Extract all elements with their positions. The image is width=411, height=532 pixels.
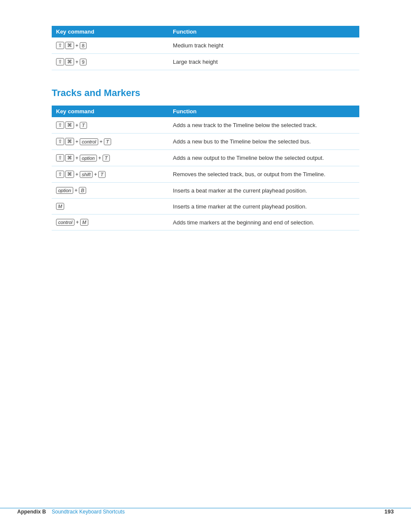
tracks-markers-table: Key command Function ⇧ ⌘ + T Adds a new … — [52, 106, 359, 230]
shift-key: ⇧ — [56, 42, 64, 49]
key-command-cell: ⇧ ⌘ + option + T — [52, 150, 168, 166]
control-key: control — [80, 138, 98, 145]
key-combo: ⇧ ⌘ + option + T — [56, 154, 110, 162]
table-row: ⇧ ⌘ + T Adds a new track to the Timeline… — [52, 117, 359, 134]
page-number: 193 — [384, 508, 394, 515]
t-key: T — [104, 138, 111, 145]
key-command-cell: ⇧ ⌘ + 8 — [52, 37, 168, 54]
shift-key: ⇧ — [56, 138, 64, 145]
shift-key: ⇧ — [56, 58, 64, 65]
bottom-table-col2-header: Function — [168, 106, 359, 117]
footer-left: Appendix B Soundtrack Keyboard Shortcuts — [17, 509, 125, 515]
table-row: option + B Inserts a beat marker at the … — [52, 183, 359, 199]
key-command-cell: ⇧ ⌘ + shift + T — [52, 166, 168, 183]
cmd-key: ⌘ — [65, 138, 74, 145]
key-combo: ⇧ ⌘ + 8 — [56, 42, 87, 49]
function-cell: Adds a new bus to the Timeline below the… — [168, 134, 359, 150]
key-combo: ⇧ ⌘ + 9 — [56, 58, 87, 65]
table-row: M Inserts a time marker at the current p… — [52, 199, 359, 215]
key-combo: ⇧ ⌘ + control + T — [56, 138, 111, 145]
cmd-key: ⌘ — [65, 121, 74, 129]
cmd-key: ⌘ — [65, 42, 74, 49]
top-key-table: Key command Function ⇧ ⌘ + 8 Medium trac… — [52, 26, 359, 70]
cmd-key: ⌘ — [65, 171, 74, 178]
t-key: T — [103, 155, 110, 162]
function-cell: Adds a new track to the Timeline below t… — [168, 117, 359, 134]
table-row: ⇧ ⌘ + 9 Large track height — [52, 54, 359, 70]
table-row: ⇧ ⌘ + control + T Adds a new bus to the … — [52, 134, 359, 150]
key-command-cell: ⇧ ⌘ + 9 — [52, 54, 168, 70]
cmd-key: ⌘ — [65, 58, 74, 65]
option-key: option — [80, 155, 97, 162]
top-table-col1-header: Key command — [52, 26, 168, 37]
shift-word-key: shift — [80, 171, 93, 178]
function-cell: Medium track height — [168, 37, 359, 54]
shift-key: ⇧ — [56, 154, 64, 162]
shift-key: ⇧ — [56, 121, 64, 129]
shift-key: ⇧ — [56, 171, 64, 178]
section-title: Tracks and Markers — [52, 87, 359, 99]
appendix-label: Appendix B — [17, 509, 46, 515]
control-key: control — [56, 219, 75, 226]
top-table-col2-header: Function — [168, 26, 359, 37]
function-cell: Inserts a time marker at the current pla… — [168, 199, 359, 215]
function-cell: Removes the selected track, bus, or outp… — [168, 166, 359, 183]
table-row: ⇧ ⌘ + option + T Adds a new output to th… — [52, 150, 359, 166]
key-combo: ⇧ ⌘ + shift + T — [56, 171, 106, 178]
key-combo: M — [56, 203, 64, 210]
key-command-cell: ⇧ ⌘ + control + T — [52, 134, 168, 150]
page-content: Key command Function ⇧ ⌘ + 8 Medium trac… — [0, 0, 411, 282]
function-cell: Adds a new output to the Timeline below … — [168, 150, 359, 166]
m-key: M — [80, 219, 88, 226]
digit-key: 8 — [80, 42, 87, 49]
b-key: B — [79, 187, 86, 194]
appendix-title: Soundtrack Keyboard Shortcuts — [52, 509, 125, 515]
key-combo: control + M — [56, 219, 88, 226]
digit-key: 9 — [80, 59, 87, 65]
key-command-cell: control + M — [52, 215, 168, 230]
t-key: T — [80, 122, 87, 129]
key-command-cell: M — [52, 199, 168, 215]
function-cell: Adds time markers at the beginning and e… — [168, 215, 359, 230]
bottom-table-col1-header: Key command — [52, 106, 168, 117]
cmd-key: ⌘ — [65, 154, 74, 162]
option-key: option — [56, 187, 73, 194]
t-key: T — [98, 171, 106, 178]
m-key: M — [56, 203, 64, 210]
table-row: ⇧ ⌘ + shift + T Removes the selected tra… — [52, 166, 359, 183]
key-command-cell: option + B — [52, 183, 168, 199]
function-cell: Large track height — [168, 54, 359, 70]
table-row: control + M Adds time markers at the beg… — [52, 215, 359, 230]
page-footer: Appendix B Soundtrack Keyboard Shortcuts… — [0, 508, 411, 515]
key-combo: option + B — [56, 187, 86, 194]
table-row: ⇧ ⌘ + 8 Medium track height — [52, 37, 359, 54]
key-combo: ⇧ ⌘ + T — [56, 121, 87, 129]
function-cell: Inserts a beat marker at the current pla… — [168, 183, 359, 199]
key-command-cell: ⇧ ⌘ + T — [52, 117, 168, 134]
